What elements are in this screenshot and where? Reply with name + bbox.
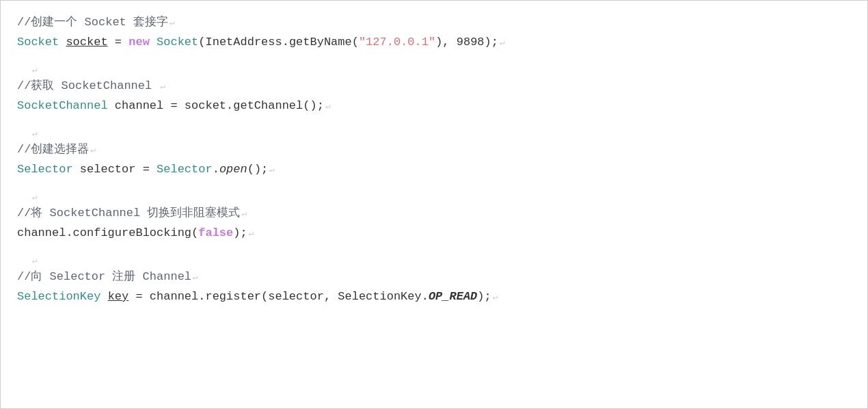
type-selector2: Selector <box>157 160 213 180</box>
comment-2: //获取 SocketChannel <box>17 77 159 96</box>
code-line-1: //创建一个 Socket 套接字↵ <box>17 13 851 33</box>
comment-5: //向 Selector 注册 Channel <box>17 267 191 287</box>
method-op-read: OP_READ <box>429 287 477 307</box>
code-editor: //创建一个 Socket 套接字↵ Socket socket = new S… <box>0 0 868 409</box>
newline-8: ↵ <box>249 226 254 241</box>
type-socketchannel: SocketChannel <box>17 96 108 116</box>
code-line-5: //创建选择器↵ <box>17 140 851 160</box>
blank-2 <box>17 116 851 127</box>
type-selector: Selector <box>17 160 73 180</box>
blank-1 <box>17 53 851 63</box>
newline-4: ↵ <box>325 99 331 114</box>
blank-3 <box>17 180 851 190</box>
var-key: key <box>108 287 129 307</box>
parens: (); <box>247 160 269 180</box>
dot: . <box>213 160 219 180</box>
newline-7: ↵ <box>241 207 247 222</box>
code-line-6: Selector selector = Selector.open();↵ <box>17 160 851 180</box>
type-socket: Socket <box>17 33 59 53</box>
type-selectionkey: SelectionKey <box>17 287 100 307</box>
space3: channel = socket.getChannel(); <box>108 96 324 116</box>
space5 <box>100 287 107 307</box>
var-socket: socket <box>66 33 107 53</box>
newline-10: ↵ <box>493 290 498 305</box>
string-ip: "127.0.0.1" <box>359 33 435 53</box>
return-2: ↵ <box>17 127 851 140</box>
newline-2: ↵ <box>500 36 505 51</box>
equals: = <box>108 33 129 53</box>
keyword-false: false <box>198 224 233 243</box>
configure-blocking: channel.configureBlocking( <box>17 224 198 243</box>
code-line-8: channel.configureBlocking(false);↵ <box>17 224 851 243</box>
code-line-10: SelectionKey key = channel.register(sele… <box>17 287 851 307</box>
newline-6: ↵ <box>269 163 275 178</box>
newline-5: ↵ <box>90 143 96 158</box>
keyword-new: new <box>128 33 150 53</box>
newline-small-3: ↵ <box>32 192 38 202</box>
newline-3: ↵ <box>160 79 165 94</box>
method-open: open <box>219 160 247 180</box>
return-1: ↵ <box>17 63 851 77</box>
newline-small-1: ↵ <box>32 65 38 75</box>
code-line-2: Socket socket = new Socket(InetAddress.g… <box>17 33 851 53</box>
code-line-9: //向 Selector 注册 Channel↵ <box>17 267 851 287</box>
comment-4: //将 SocketChannel 切换到非阻塞模式 <box>17 204 240 224</box>
code-line-4: SocketChannel channel = socket.getChanne… <box>17 96 851 116</box>
semicolon: ); <box>233 224 247 243</box>
space <box>59 33 66 53</box>
assign: = channel.register(selector, SelectionKe… <box>128 287 429 307</box>
newline-9: ↵ <box>193 270 198 285</box>
return-4: ↵ <box>17 254 851 267</box>
code-line-3: //获取 SocketChannel ↵ <box>17 77 851 96</box>
space2 <box>150 33 157 53</box>
newline-1: ↵ <box>169 16 175 31</box>
comment-1: //创建一个 Socket 套接字 <box>17 13 168 33</box>
type-socket2: Socket <box>157 33 198 53</box>
blank-4 <box>17 243 851 254</box>
paren-open: (InetAddress.getByName( <box>198 33 359 53</box>
end-semi: ); <box>477 287 491 307</box>
newline-small-4: ↵ <box>32 256 38 266</box>
rest: ), 9898); <box>435 33 498 53</box>
code-line-7: //将 SocketChannel 切换到非阻塞模式↵ <box>17 204 851 224</box>
space4: selector = <box>73 160 157 180</box>
comment-3: //创建选择器 <box>17 140 89 160</box>
return-3: ↵ <box>17 190 851 204</box>
newline-small-2: ↵ <box>32 129 38 139</box>
